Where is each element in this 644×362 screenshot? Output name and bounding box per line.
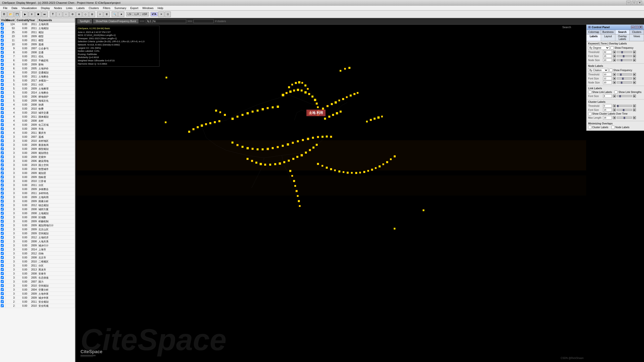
close-button[interactable]: ✕: [637, 1, 642, 5]
menu-nodes[interactable]: Nodes: [52, 6, 64, 10]
list-item[interactable]: 4 0.00 2010 城市交通: [0, 111, 75, 115]
menu-data[interactable]: Data: [10, 6, 19, 10]
link-fontsize-inc[interactable]: ►: [633, 95, 636, 98]
toolbar-diamond[interactable]: ◇: [83, 12, 89, 17]
toolbar-x1[interactable]: ✕: [158, 12, 164, 17]
toolbar-usr[interactable]: USR: [141, 12, 148, 16]
list-item[interactable]: 3 0.00 2009 指标度: [0, 175, 75, 179]
list-item[interactable]: 124 0.00 2011 土地利用: [0, 22, 75, 26]
list-item[interactable]: 3 0.00 2009 积极机制: [0, 219, 75, 223]
max-length-dec[interactable]: ◄: [613, 116, 616, 119]
node-threshold-inc[interactable]: ►: [633, 73, 636, 76]
list-item[interactable]: 3 0.00 2009 规划用地行计: [0, 223, 75, 228]
cluster-overtime-checkbox[interactable]: [588, 112, 591, 115]
list-item[interactable]: 3 0.00 2010 二维规区: [0, 260, 75, 264]
link-fontsize-input[interactable]: [603, 94, 612, 98]
node-fontsize-inc[interactable]: ►: [633, 77, 636, 80]
list-item[interactable]: 3 0.00 2006 建设用地: [0, 159, 75, 163]
tab-burstness[interactable]: Burstness: [601, 30, 615, 34]
node-fontsize-dec[interactable]: ◄: [613, 77, 616, 80]
toolbar-play[interactable]: ▶: [22, 12, 28, 17]
max-length-slider[interactable]: [617, 117, 632, 119]
menu-windows[interactable]: Windows: [140, 6, 156, 10]
list-item[interactable]: 3 0.00 2004 空重分析: [0, 288, 75, 292]
list-item[interactable]: 3 0.00 2013 黑龙市: [0, 268, 75, 272]
list-item[interactable]: 3 0.00 2011 分区: [0, 264, 75, 268]
list-item[interactable]: 9 0.00 2007 公众参与: [0, 47, 75, 51]
list-item[interactable]: 3 0.00 2010 江苏省: [0, 179, 75, 183]
cluster-fontsize-inc[interactable]: ►: [633, 108, 636, 111]
list-item[interactable]: 3 0.00 2008 土地规划: [0, 211, 75, 215]
menu-clusters[interactable]: Clusters: [87, 6, 101, 10]
min-cluster-checkbox[interactable]: [588, 126, 591, 129]
toolbar-llr[interactable]: LLR: [133, 12, 140, 16]
subtab-layout[interactable]: Layout: [601, 34, 615, 41]
list-item[interactable]: 3 0.00 2009 空间规划: [0, 232, 75, 236]
toolbar-lsi[interactable]: LSI: [126, 12, 133, 16]
list-item[interactable]: 5 0.00 2009 土地整理: [0, 87, 75, 91]
list-item[interactable]: 3 0.00 2010 农村地区: [0, 139, 75, 143]
list-item[interactable]: 3 0.00 2009 城乡行计: [0, 244, 75, 248]
list-item[interactable]: 3 0.00 2019 国土空间: [0, 163, 75, 167]
tab-search[interactable]: Search: [615, 30, 630, 34]
cp-close[interactable]: ✕: [639, 26, 642, 29]
menu-display[interactable]: Display: [39, 6, 52, 10]
menu-filters[interactable]: Filters: [101, 6, 112, 10]
list-item[interactable]: 4 0.00 2011 国体规划: [0, 115, 75, 119]
toolbar-link1[interactable]: ≡: [97, 12, 103, 17]
list-item[interactable]: 10 0.00 2009 遥感: [0, 42, 75, 47]
list-item[interactable]: 3 0.00 2009 城乡华算: [0, 296, 75, 300]
kw-threshold-inc[interactable]: ►: [633, 51, 636, 54]
min-node-checkbox[interactable]: [611, 126, 615, 129]
nav-left[interactable]: <<<: [140, 20, 144, 23]
max-length-input[interactable]: [603, 116, 612, 119]
keyword-freq-checkbox[interactable]: [611, 46, 614, 50]
toolbar-next[interactable]: ⏭: [42, 12, 48, 17]
cluster-threshold-slider[interactable]: [617, 105, 632, 107]
menu-visualization[interactable]: Visualization: [19, 6, 39, 10]
list-item[interactable]: 3 0.00 2011 乡村特色: [0, 191, 75, 195]
list-item[interactable]: 11 0.00 2011 模型: [0, 38, 75, 42]
list-item[interactable]: 3 0.00 2012 归纳: [0, 252, 75, 256]
kw-fontsize-input[interactable]: [603, 54, 612, 58]
list-item[interactable]: 5 0.00 2011 分区: [0, 83, 75, 87]
min-cluster-labels[interactable]: Cluster Labels: [588, 126, 608, 129]
node-threshold-dec[interactable]: ◄: [613, 73, 616, 76]
tab-colormap[interactable]: Colormap: [587, 30, 601, 34]
toolbar-gear[interactable]: ⚙: [69, 12, 75, 17]
list-item[interactable]: 3 0.00 2009 北京山区: [0, 228, 75, 232]
menu-help[interactable]: Help: [155, 6, 165, 10]
menu-export[interactable]: Export: [128, 6, 140, 10]
search-input[interactable]: [146, 19, 186, 23]
list-item[interactable]: 3 0.00 2010 智慧城市: [0, 167, 75, 171]
list-item[interactable]: 3 0.00 2010 空间规划: [0, 284, 75, 288]
list-item[interactable]: 3 0.00 2009 垂直格局: [0, 143, 75, 147]
list-item[interactable]: 2 0.00 2010 安全民规: [0, 304, 75, 308]
list-item[interactable]: 3 0.00 2008 人地关系: [0, 240, 75, 244]
list-item[interactable]: 3 0.00 2009 因素分析: [0, 199, 75, 203]
show-link-strengths[interactable]: Show Link Strengths: [614, 90, 641, 94]
list-item[interactable]: 3 0.00 2009 乡镇整合: [0, 187, 75, 191]
kw-fontsize-inc[interactable]: ►: [633, 55, 636, 58]
list-item[interactable]: 3 0.00 2009 模型规划: [0, 147, 75, 151]
toolbar-t[interactable]: T: [50, 12, 56, 17]
cluster-threshold-inc[interactable]: ►: [633, 104, 636, 107]
kw-fontsize-slider[interactable]: [617, 55, 632, 57]
list-item[interactable]: 5 0.00 2014 土地整合: [0, 91, 75, 95]
cluster-fontsize-input[interactable]: [603, 108, 612, 112]
list-item[interactable]: 8 0.00 2008 交通: [0, 51, 75, 55]
list-item[interactable]: 3 0.00 2009 土地利用: [0, 195, 75, 199]
toolbar-plus[interactable]: ⊕: [76, 12, 82, 17]
toolbar-grid[interactable]: ⊞: [89, 12, 95, 17]
list-item[interactable]: 25 0.00 2011 规划: [0, 30, 75, 34]
subtab-overlay[interactable]: Overlay Labels: [615, 34, 630, 41]
node-show-freq[interactable]: Show Frequency: [609, 69, 632, 72]
cluster-threshold-dec[interactable]: ◄: [613, 104, 616, 107]
list-item[interactable]: 5 0.00 2017 乡规划一: [0, 79, 75, 83]
titlebar-controls[interactable]: — □ ✕: [626, 1, 642, 5]
list-item[interactable]: 2 0.00 2011 安全规划: [0, 300, 75, 304]
list-item[interactable]: 3 0.00 2009 规划理念: [0, 151, 75, 155]
node-nodesize-slider[interactable]: [617, 81, 632, 83]
toolbar-link2[interactable]: ≣: [104, 12, 110, 17]
list-item[interactable]: 3 0.00 2008 北京市: [0, 256, 75, 260]
